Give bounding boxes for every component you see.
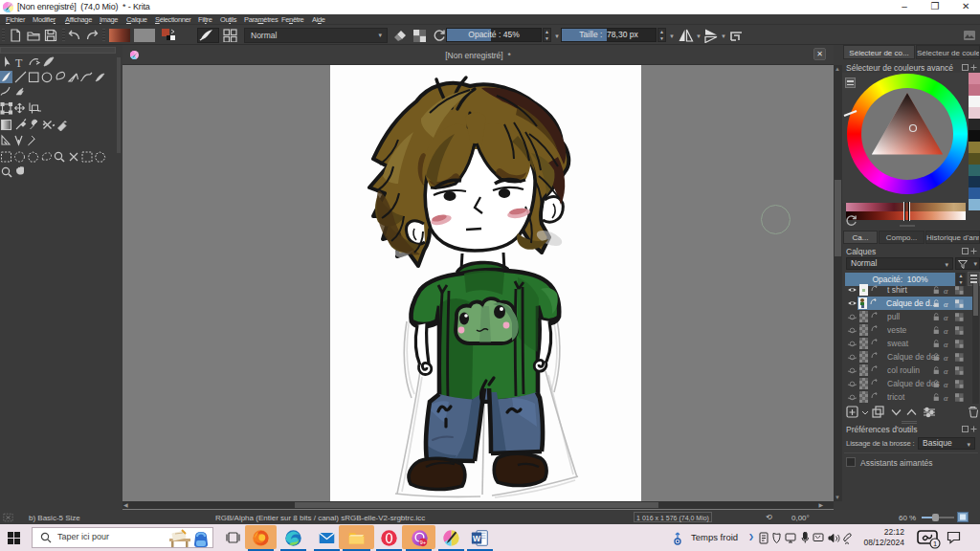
svg-text:α: α (944, 326, 948, 335)
svg-text:α: α (944, 393, 948, 402)
svg-text:α: α (944, 299, 948, 308)
svg-text:α: α (944, 286, 948, 295)
svg-text:T: T (15, 56, 23, 70)
svg-text:α: α (944, 340, 948, 348)
svg-text:W: W (473, 534, 481, 543)
svg-text:α: α (944, 380, 948, 388)
svg-text:α: α (944, 366, 948, 375)
svg-text:9+: 9+ (420, 540, 427, 545)
svg-text:α: α (944, 313, 948, 321)
svg-text:α: α (944, 353, 948, 362)
svg-text:1: 1 (933, 540, 937, 548)
